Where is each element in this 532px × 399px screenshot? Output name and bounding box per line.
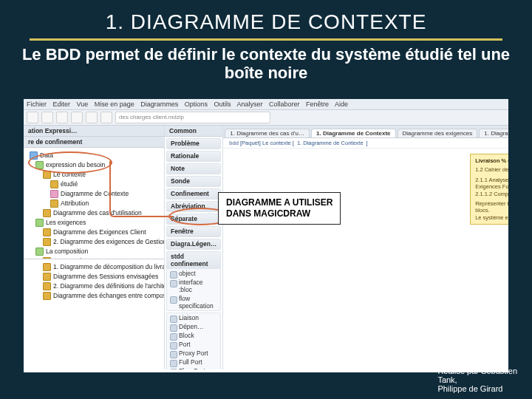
note-line: 1.2 Cahier des charges client xyxy=(475,166,508,173)
diagram-breadcrumb: bdd [Paquet] Le contexte [1. Diagramme d… xyxy=(223,138,508,149)
callout-line: DIAGRAMME A UTILISER xyxy=(226,197,332,208)
menu-fenetre[interactable]: Fenêtre xyxy=(306,100,329,108)
palette-group[interactable]: Séparate xyxy=(167,214,220,224)
palette-group[interactable]: Problème xyxy=(167,139,220,149)
diagram-icon xyxy=(43,282,51,290)
menu-analyser[interactable]: Analyser xyxy=(236,100,262,108)
toolbar-button[interactable] xyxy=(41,112,53,123)
palette-item[interactable]: Port xyxy=(167,340,220,349)
tab-usecase[interactable]: 1. Diagramme des cas d'u… xyxy=(225,129,310,137)
menu-outils[interactable]: Outils xyxy=(214,100,231,108)
palette-item[interactable]: Flow Port xyxy=(167,366,220,369)
toolbar-button[interactable] xyxy=(27,112,38,123)
diagram-icon xyxy=(43,273,51,281)
palette-item[interactable]: Proxy Port xyxy=(167,349,220,358)
palette-item[interactable]: Dépen… xyxy=(167,322,220,331)
palette-group[interactable]: Fenêtre xyxy=(167,227,220,236)
tree-node[interactable]: 2. Diagramme des définitions de l'archit… xyxy=(53,282,164,290)
tree-node[interactable]: étudié xyxy=(61,180,78,188)
folder-icon xyxy=(30,151,38,160)
palette-group[interactable]: Abréviation xyxy=(167,202,220,211)
folder-icon xyxy=(35,219,44,227)
palette-item[interactable]: Liaison xyxy=(167,313,220,322)
folder-icon xyxy=(43,171,51,179)
crumb-part: bdd [Paquet] Le contexte [ xyxy=(229,140,294,146)
tab-contexte[interactable]: 1. Diagramme de Contexte xyxy=(311,129,395,137)
menu-bar: Fichier Editer Vue Mise en page Diagramm… xyxy=(24,99,508,110)
toolbar-button[interactable] xyxy=(56,112,68,123)
palette-group[interactable]: stdd confinement xyxy=(167,252,220,269)
toolbar-file-field[interactable]: des charges client.mdzip xyxy=(115,112,270,123)
tree-node[interactable]: Diagramme des Sessions envisagées xyxy=(53,273,158,280)
crumb-part: ] xyxy=(366,140,368,146)
crumb-part: 1. Diagramme de Contexte xyxy=(297,140,364,146)
containment-tree-lower[interactable]: 1. Diagramme de décomposition du livrabl… xyxy=(24,259,164,370)
note-line: 2.1.1.2 Complément du Diagramme de Conte… xyxy=(475,191,508,197)
palette-item[interactable]: interface :bloc xyxy=(167,278,220,294)
folder-icon xyxy=(43,228,51,236)
left-panel-title-tree: re de confinement xyxy=(24,137,164,148)
toolbar-button[interactable] xyxy=(100,112,112,123)
note-line: Représenter les acteurs liés au système … xyxy=(475,200,508,214)
palette-item[interactable]: Block xyxy=(167,331,220,340)
tool-bar: des charges client.mdzip xyxy=(24,110,508,126)
left-panel-title-top: ation Expressi… xyxy=(24,126,164,137)
note-line: 2.1.1 Analyse Fonctionnelle : Création d… xyxy=(475,177,508,191)
tab-exigences[interactable]: Diagramme des exigences xyxy=(398,129,478,137)
folder-icon xyxy=(35,248,44,256)
note-title: Livraison % du Projet : xyxy=(475,157,508,164)
annotation-connector xyxy=(109,161,173,217)
palette-group[interactable]: Note xyxy=(167,164,220,174)
folder-icon xyxy=(43,209,51,217)
folder-icon xyxy=(50,180,58,188)
credit-line: Réalisé par Sébastien xyxy=(437,366,517,375)
slide-subtitle: Le BDD permet de définir le contexte du … xyxy=(0,41,532,90)
menu-collaborer[interactable]: Collaborer xyxy=(269,100,300,108)
palette-item[interactable]: flow specification xyxy=(167,294,220,310)
callout-box: DIAGRAMME A UTILISER DANS MAGICDRAW xyxy=(218,192,341,225)
menu-options[interactable]: Options xyxy=(185,100,208,108)
diagram-icon xyxy=(50,190,58,198)
credit-line: Philippe de Girard xyxy=(437,384,517,393)
tree-node[interactable]: Diagramme des échanges entre composants xyxy=(53,292,164,299)
diagram-icon xyxy=(43,292,51,300)
tool-palette[interactable]: Problème Rationale Note Sonde Confinemen… xyxy=(165,137,222,369)
menu-aide[interactable]: Aide xyxy=(335,100,348,108)
diagram-tabs: 1. Diagramme des cas d'u… 1. Diagramme d… xyxy=(223,126,508,138)
callout-line: DANS MAGICDRAW xyxy=(226,208,332,219)
menu-miseenpage[interactable]: Mise en page xyxy=(95,100,134,108)
tree-node[interactable]: Data xyxy=(40,151,53,159)
folder-icon xyxy=(50,200,58,208)
tree-node[interactable]: 1. Diagramme de décomposition du livrabl… xyxy=(53,263,164,270)
tab-decomp[interactable]: 1. Diagramme de décomposi… xyxy=(479,129,508,137)
menu-diagrammes[interactable]: Diagrammes xyxy=(140,100,178,108)
note-line: Le système est vu sous la forme d'une bo… xyxy=(475,214,508,221)
palette-group[interactable]: Confinement xyxy=(167,189,220,199)
tree-node[interactable]: expression du besoin xyxy=(46,161,105,168)
palette-title: Common xyxy=(165,126,222,137)
magicdraw-screenshot: Fichier Editer Vue Mise en page Diagramm… xyxy=(24,99,508,372)
menu-editer[interactable]: Editer xyxy=(53,100,71,108)
palette-item[interactable]: Full Port xyxy=(167,358,220,366)
tree-node[interactable]: Le contexte xyxy=(53,171,86,178)
palette-item[interactable]: object xyxy=(167,269,220,278)
tree-node[interactable]: 2. Diagramme des exigences de Gestion de… xyxy=(53,238,164,245)
tree-node[interactable]: Diagramme des Exigences Client xyxy=(53,228,146,236)
credit-line: Tank, xyxy=(437,375,517,384)
diagram-icon xyxy=(43,263,51,271)
toolbar-button[interactable] xyxy=(71,112,83,123)
tree-node[interactable]: Attribution xyxy=(61,200,89,207)
tree-node[interactable]: La composition xyxy=(46,248,88,255)
toolbar-button[interactable] xyxy=(86,112,98,123)
diagram-canvas[interactable]: 1. Diagramme des cas d'u… 1. Diagramme d… xyxy=(223,126,508,369)
menu-fichier[interactable]: Fichier xyxy=(27,100,47,108)
palette-group[interactable]: Diagra.Légen… xyxy=(167,239,220,249)
sticky-note[interactable]: Livraison % du Projet : 1.2 Cahier des c… xyxy=(470,154,508,225)
folder-icon xyxy=(35,161,44,169)
palette-group[interactable]: Sonde xyxy=(167,177,220,186)
menu-vue[interactable]: Vue xyxy=(77,100,89,108)
folder-icon xyxy=(43,238,51,246)
palette-group[interactable]: Rationale xyxy=(167,151,220,161)
tree-node[interactable]: Les exigences xyxy=(46,219,86,226)
slide-credit: Réalisé par Sébastien Tank, Philippe de … xyxy=(437,366,517,393)
